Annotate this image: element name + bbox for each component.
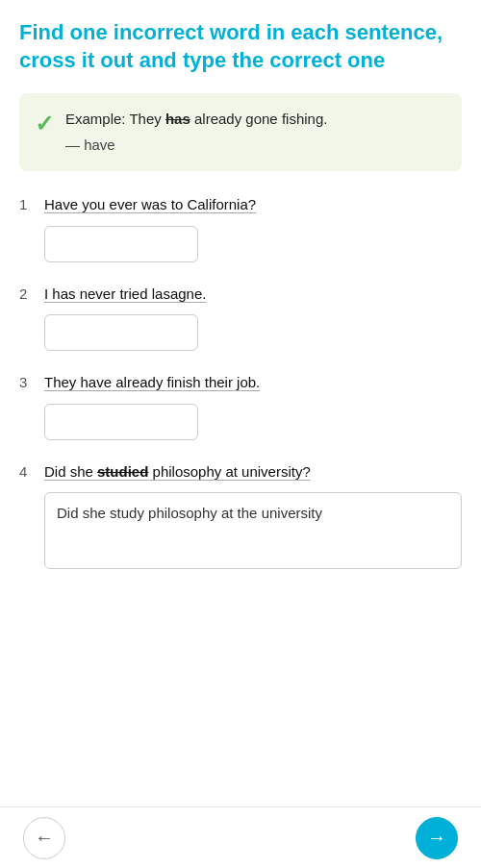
question-3-block: 3 They have already finish their job. <box>19 372 462 440</box>
question-3-number: 3 <box>19 374 35 390</box>
bottom-nav: ← → <box>0 806 481 868</box>
question-1-input[interactable] <box>44 226 198 262</box>
example-prefix: Example: They <box>65 111 165 127</box>
example-sentence: Example: They has already gone fishing. <box>65 109 327 131</box>
question-4-row: 4 Did she studied philosophy at universi… <box>19 461 462 484</box>
next-button[interactable]: → <box>416 817 458 859</box>
back-icon: ← <box>35 827 54 849</box>
q4-prefix: Did she <box>44 463 97 480</box>
q4-incorrect-word: studied <box>97 463 148 480</box>
question-4-number: 4 <box>19 463 35 480</box>
question-1-block: 1 Have you ever was to California? <box>19 194 462 262</box>
question-3-row: 3 They have already finish their job. <box>19 372 462 394</box>
checkmark-icon: ✓ <box>35 111 54 137</box>
q4-suffix: philosophy at university? <box>148 463 310 480</box>
question-2-block: 2 I has never tried lasagne. <box>19 284 462 352</box>
question-2-row: 2 I has never tried lasagne. <box>19 284 462 306</box>
question-1-row: 1 Have you ever was to California? <box>19 194 462 216</box>
question-4-sentence: Did she studied philosophy at university… <box>44 461 311 484</box>
next-icon: → <box>427 827 446 849</box>
question-3-input[interactable] <box>44 404 198 440</box>
example-suffix: already gone fishing. <box>190 111 328 127</box>
example-answer: — have <box>65 135 327 157</box>
example-content: Example: They has already gone fishing. … <box>65 109 327 156</box>
question-1-sentence: Have you ever was to California? <box>44 194 256 216</box>
question-4-block: 4 Did she studied philosophy at universi… <box>19 461 462 570</box>
page-title: Find one incorrect word in each sentence… <box>19 19 462 74</box>
question-4-answer-text: Did she study philosophy at the universi… <box>57 505 322 521</box>
question-2-input[interactable] <box>44 314 198 351</box>
page-container: Find one incorrect word in each sentence… <box>0 0 481 667</box>
example-box: ✓ Example: They has already gone fishing… <box>19 93 462 171</box>
question-4-answer-box: Did she study philosophy at the universi… <box>44 492 462 569</box>
question-1-number: 1 <box>19 196 35 212</box>
question-2-sentence: I has never tried lasagne. <box>44 284 206 306</box>
back-button[interactable]: ← <box>23 817 65 859</box>
example-incorrect-word: has <box>165 111 190 127</box>
question-2-number: 2 <box>19 285 35 302</box>
question-3-sentence: They have already finish their job. <box>44 372 260 394</box>
